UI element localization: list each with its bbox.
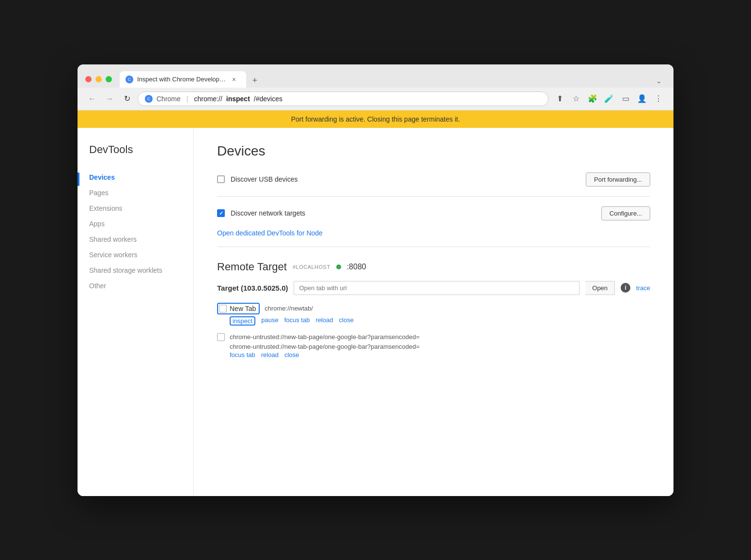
address-chrome-label: Chrome [156,95,181,103]
bookmark-icon[interactable]: ☆ [569,92,583,106]
reload-link[interactable]: reload [315,316,333,326]
divider-2 [217,247,650,247]
info-icon[interactable]: i [621,283,630,293]
extensions-icon[interactable]: 🧩 [585,92,600,106]
untrusted-url2: chrome-untrusted://new-tab-page/one-goog… [217,343,650,350]
new-tab-checkbox[interactable] [219,305,227,312]
close-link[interactable]: close [339,316,354,326]
address-url-suffix: /#devices [254,95,282,103]
tab-close-button[interactable]: × [230,75,238,84]
sidebar-item-shared-workers[interactable]: Shared workers [78,232,193,247]
sidebar: DevTools Devices Pages Extensions Apps S… [78,128,194,496]
remote-target-header: Remote Target #LOCALHOST :8080 [217,261,650,273]
address-favicon: C [145,95,153,103]
discover-network-label: Discover network targets [231,209,305,217]
inspect-highlight-box: New Tab [217,303,260,314]
address-bar[interactable]: C Chrome | chrome://inspect/#devices [138,92,548,106]
sidebar-item-shared-storage-worklets[interactable]: Shared storage worklets [78,263,193,278]
address-url-prefix: chrome:// [194,95,222,103]
close-window-button[interactable] [85,76,92,82]
devtools-node-link[interactable]: Open dedicated DevTools for Node [217,229,650,237]
tab-entry-new-tab-header: New Tab chrome://newtab/ [217,303,650,314]
untrusted-close-link[interactable]: close [284,351,299,358]
untrusted-actions: focus tab reload close [217,351,650,358]
browser-tab[interactable]: C Inspect with Chrome Develop… × [120,71,246,88]
address-separator: | [187,95,188,103]
menu-icon[interactable]: ⋮ [651,92,666,106]
sidebar-item-other[interactable]: Other [78,278,193,294]
pause-link[interactable]: pause [261,316,278,326]
divider-1 [217,196,650,197]
notification-text: Port forwarding is active. Closing this … [291,115,460,123]
page-area: Devices Discover USB devices Port forwar… [194,128,673,496]
open-tab-button[interactable]: Open [585,281,615,295]
trace-link[interactable]: trace [636,284,650,292]
status-dot [336,264,341,269]
traffic-lights [85,76,112,82]
tab-favicon: C [125,76,133,83]
sidebar-item-pages[interactable]: Pages [78,185,193,201]
inspect-link[interactable]: inspect [233,317,252,325]
sidebar-item-apps[interactable]: Apps [78,216,193,232]
chevron-down-icon[interactable]: ⌄ [652,74,666,88]
focus-tab-link[interactable]: focus tab [284,316,310,326]
new-tab-button[interactable]: + [248,74,262,88]
sidebar-icon[interactable]: ▭ [618,92,633,106]
discover-usb-checkbox[interactable] [217,175,225,183]
back-button[interactable]: ← [85,92,99,106]
discover-usb-row: Discover USB devices Port forwarding... [217,172,650,187]
flask-icon[interactable]: 🧪 [602,92,616,106]
untrusted-focus-tab-link[interactable]: focus tab [230,351,255,358]
tab-title: Inspect with Chrome Develop… [137,76,226,83]
profile-icon[interactable]: 👤 [635,92,649,106]
toolbar-icons: ⬆ ☆ 🧩 🧪 ▭ 👤 ⋮ [552,92,666,106]
tabs-bar: C Inspect with Chrome Develop… × + ⌄ [120,71,666,88]
sidebar-item-extensions[interactable]: Extensions [78,201,193,216]
open-tab-url-input[interactable] [294,281,579,295]
remote-target-host: #LOCALHOST [293,264,330,270]
forward-button[interactable]: → [103,92,116,106]
tab-entry-untrusted-header: chrome-untrusted://new-tab-page/one-goog… [217,333,650,341]
minimize-window-button[interactable] [95,76,102,82]
port-forwarding-button[interactable]: Port forwarding... [586,172,650,187]
tab-entry-chrome-untrusted: chrome-untrusted://new-tab-page/one-goog… [217,333,650,358]
untrusted-url: chrome-untrusted://new-tab-page/one-goog… [230,333,420,341]
new-tab-actions: inspect pause focus tab reload close [217,316,650,326]
tab-entry-new-tab: New Tab chrome://newtab/ inspect pause f… [217,303,650,326]
sidebar-item-service-workers[interactable]: Service workers [78,247,193,263]
sidebar-active-indicator [78,172,79,186]
notification-banner: Port forwarding is active. Closing this … [78,110,673,128]
discover-network-checkbox[interactable] [217,209,225,217]
remote-target-port: :8080 [347,263,366,271]
remote-target-title: Remote Target [217,261,287,273]
target-name: Target (103.0.5025.0) [217,284,288,292]
discover-network-option: Discover network targets [217,209,305,217]
address-url-bold: inspect [226,95,250,103]
target-row: Target (103.0.5025.0) Open i trace [217,281,650,295]
new-tab-name: New Tab [230,305,256,312]
discover-usb-label: Discover USB devices [231,175,298,183]
share-icon[interactable]: ⬆ [552,92,567,106]
browser-window: C Inspect with Chrome Develop… × + ⌄ ← →… [78,64,673,496]
configure-button[interactable]: Configure... [601,206,650,220]
discover-network-row: Discover network targets Configure... [217,206,650,220]
new-tab-url: chrome://newtab/ [265,305,313,312]
untrusted-reload-link[interactable]: reload [261,351,279,358]
maximize-window-button[interactable] [106,76,112,82]
untrusted-checkbox[interactable] [217,333,225,341]
sidebar-title: DevTools [78,143,193,170]
sidebar-item-devices[interactable]: Devices [78,170,193,185]
discover-usb-option: Discover USB devices [217,175,298,183]
main-content: DevTools Devices Pages Extensions Apps S… [78,128,673,496]
title-bar: C Inspect with Chrome Develop… × + ⌄ [78,64,673,88]
refresh-button[interactable]: ↻ [120,92,134,106]
toolbar: ← → ↻ C Chrome | chrome://inspect/#devic… [78,88,673,110]
inspect-action-highlight: inspect [230,316,255,326]
page-title: Devices [217,143,650,159]
